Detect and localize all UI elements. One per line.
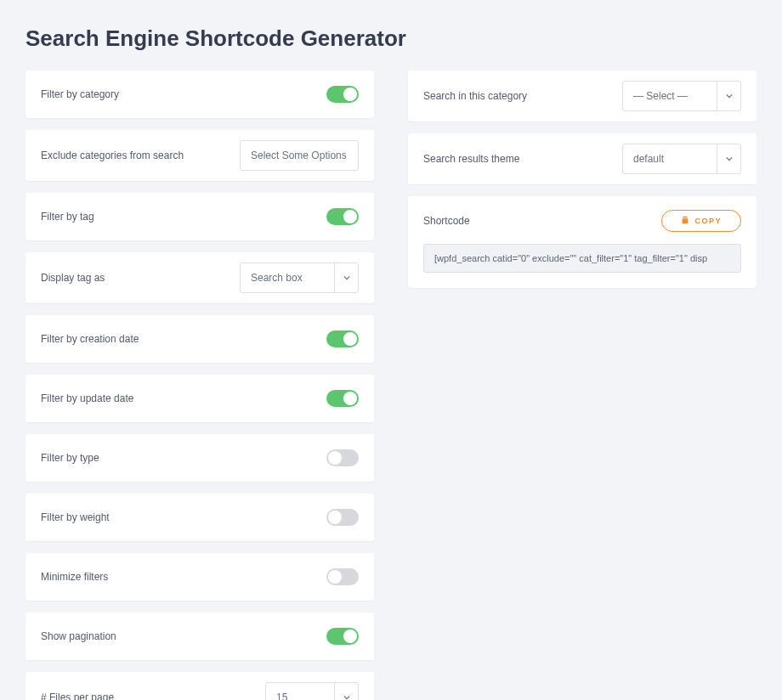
select-search-category[interactable]: — Select — (622, 81, 741, 111)
right-column: Search in this category — Select — Searc… (408, 71, 756, 700)
row-filter-weight: Filter by weight (26, 494, 374, 541)
row-search-category: Search in this category — Select — (408, 71, 756, 121)
label-search-category: Search in this category (423, 90, 527, 102)
copy-button-label: COPY (694, 217, 722, 225)
copy-button[interactable]: COPY (661, 210, 741, 232)
row-filter-creation-date: Filter by creation date (26, 315, 374, 363)
select-results-theme-value: default (623, 144, 717, 173)
label-filter-update-date: Filter by update date (41, 392, 133, 404)
toggle-minimize-filters[interactable] (326, 568, 359, 585)
toggle-filter-weight[interactable] (326, 509, 359, 526)
select-files-per-page-value: 15 (266, 683, 334, 700)
select-results-theme[interactable]: default (622, 144, 741, 174)
row-filter-update-date: Filter by update date (26, 375, 374, 422)
select-display-tag-as-value: Search box (241, 263, 334, 292)
label-filter-creation-date: Filter by creation date (41, 333, 139, 345)
row-filter-type: Filter by type (26, 434, 374, 482)
label-filter-weight: Filter by weight (41, 511, 110, 523)
toggle-show-pagination[interactable] (326, 628, 359, 645)
select-search-category-value: — Select — (623, 82, 717, 110)
toggle-filter-type[interactable] (326, 449, 359, 466)
label-minimize-filters: Minimize filters (41, 571, 108, 583)
label-filter-tag: Filter by tag (41, 211, 94, 223)
multiselect-exclude-categories[interactable]: Select Some Options (240, 140, 359, 171)
row-files-per-page: # Files per page 15 (26, 672, 374, 700)
label-shortcode: Shortcode (423, 215, 470, 227)
label-filter-category: Filter by category (41, 88, 119, 100)
label-exclude-categories: Exclude categories from search (41, 150, 184, 161)
row-minimize-filters: Minimize filters (26, 553, 374, 601)
row-results-theme: Search results theme default (408, 133, 756, 184)
left-column: Filter by category Exclude categories fr… (26, 71, 374, 700)
toggle-filter-tag[interactable] (326, 208, 359, 225)
chevron-down-icon (717, 82, 740, 110)
label-results-theme: Search results theme (423, 153, 519, 165)
row-show-pagination: Show pagination (26, 612, 374, 660)
row-filter-category: Filter by category (26, 71, 374, 118)
row-display-tag-as: Display tag as Search box (26, 252, 374, 303)
select-files-per-page[interactable]: 15 (265, 682, 359, 700)
chevron-down-icon (334, 683, 358, 700)
chevron-down-icon (334, 263, 358, 292)
copy-icon (681, 216, 689, 226)
page-title: Search Engine Shortcode Generator (26, 25, 756, 52)
label-show-pagination: Show pagination (41, 630, 116, 642)
row-shortcode: Shortcode COPY [wpfd_search catid="0" ex… (408, 196, 756, 288)
label-display-tag-as: Display tag as (41, 272, 105, 284)
label-files-per-page: # Files per page (41, 692, 114, 700)
shortcode-output[interactable]: [wpfd_search catid="0" exclude="" cat_fi… (423, 244, 741, 273)
toggle-filter-creation-date[interactable] (326, 330, 359, 347)
select-display-tag-as[interactable]: Search box (240, 262, 359, 293)
row-exclude-categories: Exclude categories from search Select So… (26, 130, 374, 181)
chevron-down-icon (717, 144, 740, 173)
row-filter-tag: Filter by tag (26, 193, 374, 240)
label-filter-type: Filter by type (41, 452, 99, 464)
toggle-filter-category[interactable] (326, 86, 359, 103)
toggle-filter-update-date[interactable] (326, 390, 359, 407)
